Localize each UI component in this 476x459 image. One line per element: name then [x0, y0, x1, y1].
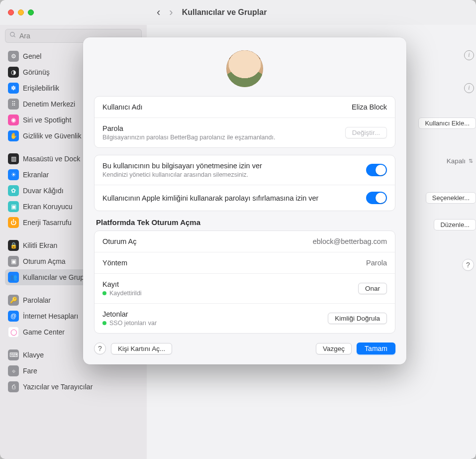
- method-label: Yöntem: [102, 259, 127, 267]
- ok-button[interactable]: Tamam: [357, 343, 395, 354]
- appleid-reset-row: Kullanıcının Apple kimliğini kullanarak …: [95, 185, 395, 211]
- cancel-button[interactable]: Vazgeç: [316, 343, 352, 354]
- sheet-footer: ? Kişi Kartını Aç... Vazgeç Tamam: [94, 343, 395, 354]
- method-row: Yöntem Parola: [95, 252, 395, 273]
- password-label: Parola: [102, 124, 275, 132]
- admin-toggle[interactable]: [366, 164, 387, 176]
- password-row: Parola Bilgisayarınızın parolası BetterB…: [95, 117, 395, 147]
- verify-button[interactable]: Kimliği Doğrula: [328, 313, 387, 324]
- registration-row: Kayıt Kaydettirildi Onar: [95, 273, 395, 303]
- admin-label: Bu kullanıcının bu bilgisayarı yönetmesi…: [102, 162, 262, 170]
- identity-card: Kullanıcı Adı Eliza Block Parola Bilgisa…: [94, 96, 395, 148]
- admin-sub: Kendinizi yönetici kullanıcılar arasında…: [102, 171, 262, 178]
- tokens-label: Jetonlar: [102, 310, 157, 318]
- user-detail-sheet: Kullanıcı Adı Eliza Block Parola Bilgisa…: [83, 37, 406, 364]
- permissions-card: Bu kullanıcının bu bilgisayarı yönetmesi…: [94, 155, 395, 211]
- sheet-overlay: Kullanıcı Adı Eliza Block Parola Bilgisa…: [0, 0, 476, 459]
- open-contact-card-button[interactable]: Kişi Kartını Aç...: [111, 343, 172, 354]
- sso-section-title: Platformda Tek Oturum Açma: [96, 218, 393, 227]
- admin-row: Bu kullanıcının bu bilgisayarı yönetmesi…: [95, 155, 395, 185]
- password-sub: Bilgisayarınızın parolası BetterBag paro…: [102, 134, 275, 141]
- method-value: Parola: [366, 259, 387, 267]
- registration-status: Kaydettirildi: [102, 290, 142, 297]
- avatar[interactable]: [226, 50, 263, 87]
- username-label: Kullanıcı Adı: [102, 103, 143, 111]
- signin-row: Oturum Aç eblock@betterbag.com: [95, 231, 395, 252]
- system-settings-window: ⚙Genel◑Görünüş✽Erişilebilirlik⠿Denetim M…: [0, 0, 476, 459]
- username-value: Eliza Block: [352, 103, 387, 111]
- tokens-status: SSO jetonları var: [102, 320, 157, 327]
- signin-label: Oturum Aç: [102, 237, 137, 245]
- change-password-button[interactable]: Değiştir...: [345, 127, 387, 138]
- sso-card: Oturum Aç eblock@betterbag.com Yöntem Pa…: [94, 230, 395, 334]
- signin-value: eblock@betterbag.com: [313, 237, 387, 245]
- repair-button[interactable]: Onar: [358, 283, 387, 294]
- appleid-reset-toggle[interactable]: [366, 192, 387, 204]
- username-row: Kullanıcı Adı Eliza Block: [95, 97, 395, 117]
- tokens-row: Jetonlar SSO jetonları var Kimliği Doğru…: [95, 303, 395, 333]
- help-button[interactable]: ?: [94, 343, 106, 354]
- status-dot-icon: [102, 321, 106, 325]
- status-dot-icon: [102, 291, 106, 295]
- appleid-reset-label: Kullanıcının Apple kimliğini kullanarak …: [102, 194, 318, 202]
- registration-label: Kayıt: [102, 280, 142, 288]
